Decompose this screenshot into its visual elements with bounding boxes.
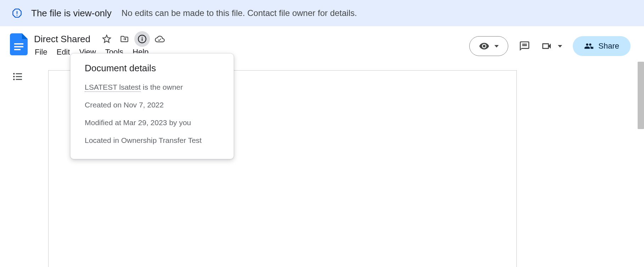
view-only-banner: The file is view-only No edits can be ma… bbox=[0, 0, 644, 26]
info-icon[interactable] bbox=[134, 31, 150, 47]
comment-icon bbox=[519, 40, 530, 52]
scrollbar[interactable] bbox=[638, 62, 644, 129]
chevron-down-icon bbox=[494, 45, 499, 48]
share-button[interactable]: Share bbox=[573, 36, 631, 56]
svg-rect-11 bbox=[16, 79, 22, 80]
popover-modified-line: Modified at Mar 29, 2023 by you bbox=[85, 118, 219, 127]
eye-icon bbox=[479, 41, 489, 51]
popover-title: Document details bbox=[85, 63, 219, 74]
svg-rect-2 bbox=[14, 49, 21, 50]
svg-point-8 bbox=[13, 79, 15, 80]
popover-owner-line: LSATEST lsatest is the owner bbox=[85, 83, 219, 91]
cloud-status-icon[interactable] bbox=[152, 31, 168, 47]
share-label: Share bbox=[598, 41, 619, 51]
star-icon[interactable] bbox=[99, 31, 114, 47]
document-title[interactable]: Direct Shared bbox=[34, 34, 90, 45]
svg-rect-0 bbox=[14, 43, 23, 45]
menu-edit[interactable]: Edit bbox=[56, 48, 70, 57]
svg-rect-9 bbox=[16, 73, 22, 74]
svg-point-6 bbox=[13, 73, 15, 75]
banner-title: The file is view-only bbox=[31, 8, 112, 19]
menu-file[interactable]: File bbox=[35, 48, 47, 57]
chevron-down-icon bbox=[558, 45, 562, 48]
people-icon bbox=[584, 41, 593, 51]
docs-logo-icon[interactable] bbox=[10, 33, 28, 55]
outline-toggle-button[interactable] bbox=[12, 71, 23, 84]
move-folder-icon[interactable] bbox=[117, 31, 132, 47]
svg-point-7 bbox=[13, 76, 15, 78]
owner-name-link[interactable]: LSATEST lsatest bbox=[85, 83, 141, 92]
svg-rect-5 bbox=[142, 37, 142, 38]
alert-octagon-icon bbox=[12, 8, 22, 18]
outline-icon bbox=[12, 71, 23, 82]
comment-history-button[interactable] bbox=[519, 40, 530, 52]
svg-rect-4 bbox=[142, 38, 142, 41]
banner-subtitle: No edits can be made to this file. Conta… bbox=[122, 8, 357, 18]
popover-location-line: Located in Ownership Transfer Test bbox=[85, 136, 219, 145]
svg-rect-10 bbox=[16, 76, 22, 77]
popover-created-line: Created on Nov 7, 2022 bbox=[85, 101, 219, 109]
svg-rect-1 bbox=[14, 46, 23, 48]
video-icon bbox=[541, 40, 552, 52]
view-mode-button[interactable] bbox=[469, 36, 508, 56]
document-details-popover: Document details LSATEST lsatest is the … bbox=[70, 53, 234, 159]
meet-button[interactable] bbox=[541, 40, 562, 52]
